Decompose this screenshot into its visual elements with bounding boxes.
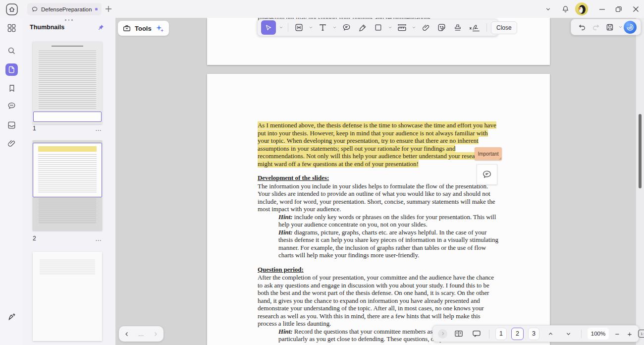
viewport-indicator[interactable] [33,112,102,122]
chevron-right-icon[interactable] [153,331,159,337]
shapes-tool-button[interactable] [372,21,385,34]
thumbnail-page-3[interactable] [33,252,102,341]
pin-panel-button[interactable] [96,22,106,32]
home-button[interactable] [5,2,18,16]
undo-icon [578,23,587,32]
scrollbar-thumb[interactable] [639,114,642,188]
sidebar-item-paperclip[interactable] [5,137,18,150]
chat-bubble-icon [31,6,38,13]
home-icon [5,3,18,16]
next-page-button[interactable] [562,327,575,341]
chevron-down-icon[interactable] [618,24,623,30]
comment-annotation[interactable] [477,164,497,185]
signature-tool-button[interactable] [467,21,483,34]
sticker-tool-button[interactable] [435,21,448,34]
previous-page-button[interactable] [544,327,557,341]
vertical-scrollbar[interactable] [636,18,644,345]
page-layout-button[interactable] [452,327,465,341]
search-icon [7,46,16,56]
undo-button[interactable] [575,20,589,34]
ai-swirl-icon [626,23,635,32]
tools-button[interactable]: Tools [118,21,169,36]
notifications-button[interactable] [558,2,573,16]
hint-paragraph: Hint: diagrams, picture, graphs, charts … [278,229,500,259]
sidebar-item-attachments-page[interactable] [5,119,18,131]
toolbar-collapse-button[interactable] [540,2,555,16]
actual-size-button[interactable]: 1:1 [638,330,644,338]
page-button-2[interactable]: 2 [511,328,524,340]
unsaved-indicator-dot [95,8,98,10]
comment-bubble-icon [482,169,492,180]
save-button[interactable] [603,20,617,34]
annotation-toolbar: Close [257,19,498,36]
sticky-note-annotation[interactable]: Important [475,147,502,160]
stamp-tool-button[interactable] [451,21,464,34]
annotations-toggle-button[interactable] [470,327,483,341]
page-icon [7,65,16,74]
highlight-icon [294,23,304,32]
zoom-level-box[interactable]: 100% [588,328,609,340]
chevron-down-icon[interactable] [387,25,393,30]
page-number: 1 [33,125,36,132]
file-tray-icon [7,120,16,130]
page-button-1[interactable]: 1 [495,328,507,340]
chevron-down-icon[interactable] [332,25,337,30]
close-toolbar-button[interactable]: Close [491,21,517,34]
collapse-bar-button[interactable] [438,329,447,339]
text-tool-button[interactable] [316,21,329,34]
zoom-out-button[interactable]: − [613,330,621,338]
thumbnail-page-2[interactable] [33,140,102,230]
comment-tool-button[interactable] [340,21,353,34]
more-options-button[interactable]: … [138,331,145,338]
highlighted-paragraph: As I mentioned above, the thesis defense… [258,121,500,168]
panel-drag-handle[interactable] [65,19,74,21]
zoom-in-button[interactable]: + [626,330,634,338]
sidebar-item-thumbnails[interactable] [5,63,18,76]
sidebar-item-home-grid[interactable] [5,22,18,34]
cursor-icon [265,24,272,32]
highlight-tool-button[interactable] [292,21,306,34]
page-2: As I mentioned above, the thesis defense… [207,74,550,345]
highlight-annotation[interactable]: As I mentioned above, the thesis defense… [258,121,496,168]
bookmark-icon [7,84,16,93]
chevron-left-icon[interactable] [124,331,130,337]
pen-tool-button[interactable] [356,21,369,34]
ai-assistant-button[interactable] [624,21,637,34]
chevron-down-icon[interactable] [308,25,314,30]
ruler-icon [397,22,407,33]
sign-icon [7,311,17,322]
section-body: After the completion of your presentatio… [258,274,500,328]
thumb-fake-text [39,51,96,110]
redo-button[interactable] [589,20,602,34]
chevron-down-icon[interactable] [411,25,417,30]
viewport-indicator[interactable] [33,143,102,197]
thumbnail-menu-button[interactable]: … [95,235,102,242]
sidebar-item-search[interactable] [5,45,18,57]
minimize-button[interactable] [594,2,609,16]
restore-button[interactable] [611,2,626,16]
sidebar-item-comments[interactable] [5,100,18,112]
measure-tool-button[interactable] [395,21,409,34]
attach-tool-button[interactable] [419,21,432,34]
panel-title: Thumbnails [30,24,64,31]
document-viewport[interactable]: interesting but may not support your fin… [115,18,644,345]
text-icon [318,23,327,32]
document-tab[interactable]: DefensePreparation [27,3,102,15]
thumbnail-page-1[interactable] [33,42,102,124]
puffin-image [575,2,588,15]
divider [581,330,582,338]
new-tab-button[interactable] [104,4,113,13]
thumbnail-menu-button[interactable]: … [95,125,102,132]
user-avatar[interactable] [575,2,588,15]
close-window-button[interactable] [628,2,643,16]
tools-button-label: Tools [135,25,152,32]
sign-mode-button[interactable] [6,310,18,322]
chevron-down-icon[interactable] [278,25,284,30]
thumb-fake-text [40,260,95,276]
page-button-3[interactable]: 3 [528,328,539,340]
thumb-highlight-strip [38,146,97,152]
chevron-up-icon [547,331,554,337]
sidebar-item-bookmarks[interactable] [5,82,18,94]
select-tool-button[interactable] [261,20,276,35]
toolbox-icon [122,24,131,33]
